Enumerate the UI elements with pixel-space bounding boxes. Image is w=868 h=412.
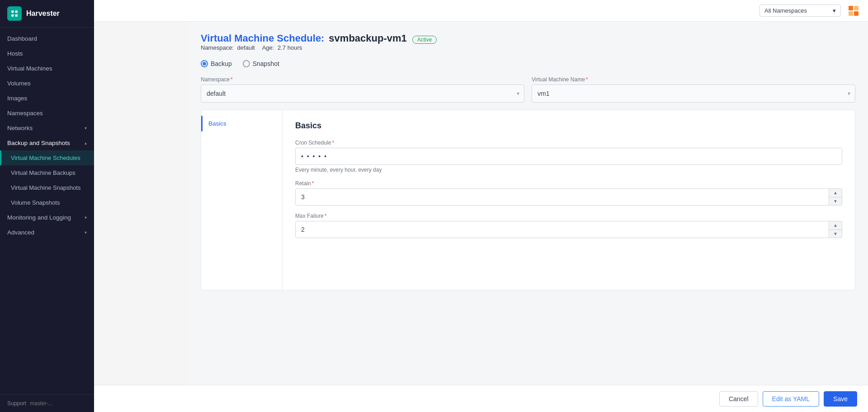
- topbar-icons: [846, 4, 861, 18]
- sidebar-item-volumes[interactable]: Volumes: [0, 76, 94, 91]
- version-text: master-...: [30, 400, 53, 407]
- max-failure-field-wrapper: ▲ ▼: [295, 221, 842, 238]
- vm-name-dropdown-arrow: ▾: [848, 90, 850, 97]
- sidebar-header: Harvester: [0, 0, 94, 28]
- networks-chevron: ▾: [85, 126, 87, 131]
- max-failure-decrement[interactable]: ▼: [829, 230, 842, 238]
- retain-field-wrapper: ▲ ▼: [295, 188, 842, 206]
- cron-hint: Every minute, every hour, every day: [295, 167, 842, 173]
- max-failure-increment[interactable]: ▲: [829, 221, 842, 230]
- namespace-required: *: [231, 76, 233, 83]
- cancel-button[interactable]: Cancel: [719, 391, 758, 407]
- sidebar: Harvester Dashboard Hosts Virtual Machin…: [0, 0, 94, 412]
- sidebar-item-volume-snapshots[interactable]: Volume Snapshots: [0, 195, 94, 210]
- cron-section: Cron Schedule * Every minute, every hour…: [295, 140, 842, 173]
- max-failure-section: Max Failure * ▲ ▼: [295, 213, 842, 238]
- page-meta: Namespace: default Age: 2.7 hours: [201, 44, 855, 51]
- type-selector: Backup Snapshot: [201, 60, 855, 67]
- sidebar-item-networks[interactable]: Networks ▾: [0, 121, 94, 136]
- namespace-selector-chevron: ▾: [833, 7, 836, 14]
- age-meta: Age: 2.7 hours: [262, 44, 302, 51]
- vm-name-field-box[interactable]: vm1 ▾: [532, 84, 855, 103]
- sidenav-basics[interactable]: Basics: [201, 116, 282, 131]
- sidebar-item-backup-snapshots[interactable]: Backup and Snapshots ▴: [0, 136, 94, 150]
- cron-required: *: [332, 140, 334, 146]
- sidebar-item-namespaces[interactable]: Namespaces: [0, 106, 94, 121]
- retain-required: *: [312, 180, 314, 187]
- orange-grid-icon: [849, 6, 859, 16]
- retain-decrement[interactable]: ▼: [829, 197, 842, 206]
- namespace-field-label: Namespace *: [201, 76, 524, 83]
- sidebar-footer: Support master-...: [0, 394, 94, 412]
- machine-name: svmbackup-vm1: [329, 33, 406, 44]
- monitoring-chevron: ▾: [85, 215, 87, 220]
- backup-radio-circle: [201, 60, 208, 67]
- topbar: All Namespaces ▾: [94, 0, 868, 22]
- vm-name-label: Virtual Machine Name *: [532, 76, 855, 83]
- app-logo: [7, 6, 22, 21]
- advanced-chevron: ▾: [85, 230, 87, 235]
- support-link[interactable]: Support: [7, 400, 26, 407]
- sidebar-item-advanced[interactable]: Advanced ▾: [0, 225, 94, 240]
- namespace-selector[interactable]: All Namespaces ▾: [760, 5, 841, 17]
- sidebar-item-vm-snapshots[interactable]: Virtual Machine Snapshots: [0, 180, 94, 195]
- backup-submenu: Virtual Machine Schedules Virtual Machin…: [0, 150, 94, 210]
- cron-label: Cron Schedule *: [295, 140, 842, 146]
- namespace-dropdown-arrow: ▾: [517, 90, 519, 97]
- section-title: Basics: [295, 121, 842, 131]
- sidebar-item-vm-backups[interactable]: Virtual Machine Backups: [0, 165, 94, 180]
- snapshot-radio-label: Snapshot: [253, 60, 279, 67]
- form-area: Basics Cron Schedule * Every minute, eve…: [283, 110, 855, 290]
- namespace-selector-label: All Namespaces: [764, 7, 807, 14]
- sidebar-item-monitoring-logging[interactable]: Monitoring and Logging ▾: [0, 210, 94, 225]
- app-name: Harvester: [26, 9, 60, 18]
- max-failure-label: Max Failure *: [295, 213, 842, 219]
- sidebar-item-dashboard[interactable]: Dashboard: [0, 31, 94, 46]
- sidebar-item-hosts[interactable]: Hosts: [0, 46, 94, 61]
- namespace-field-box[interactable]: default ▾: [201, 84, 524, 103]
- namespace-meta: Namespace: default: [201, 44, 255, 51]
- retain-input[interactable]: [295, 188, 829, 206]
- retain-section: Retain * ▲ ▼: [295, 180, 842, 206]
- cron-input[interactable]: [295, 148, 842, 165]
- retain-increment[interactable]: ▲: [829, 189, 842, 197]
- content-sidenav: Basics: [201, 110, 283, 290]
- namespace-field: Namespace * default ▾: [201, 76, 524, 103]
- page-header: Virtual Machine Schedule: svmbackup-vm1 …: [201, 33, 855, 51]
- edit-yaml-button[interactable]: Edit as YAML: [763, 391, 820, 407]
- retain-spinners: ▲ ▼: [829, 188, 842, 206]
- max-failure-spinners: ▲ ▼: [829, 221, 842, 238]
- backup-chevron: ▴: [85, 140, 87, 145]
- page-footer: Cancel Edit as YAML Save: [94, 385, 868, 412]
- content-area: Basics Basics Cron Schedule * Every minu…: [201, 110, 855, 290]
- main-content: Virtual Machine Schedule: svmbackup-vm1 …: [188, 22, 868, 412]
- backup-radio-option[interactable]: Backup: [201, 60, 232, 67]
- backup-radio-label: Backup: [211, 60, 232, 67]
- vm-name-required: *: [586, 76, 588, 83]
- logo-icon: [10, 9, 19, 18]
- snapshot-radio-circle: [243, 60, 250, 67]
- sidebar-item-vm-schedules[interactable]: Virtual Machine Schedules: [0, 150, 94, 165]
- save-button[interactable]: Save: [824, 391, 857, 407]
- top-fields: Namespace * default ▾ Virtual Machine Na…: [201, 76, 855, 103]
- snapshot-radio-option[interactable]: Snapshot: [243, 60, 279, 67]
- page-title: Virtual Machine Schedule: svmbackup-vm1 …: [201, 33, 855, 44]
- sidebar-item-images[interactable]: Images: [0, 91, 94, 106]
- vm-name-field: Virtual Machine Name * vm1 ▾: [532, 76, 855, 103]
- status-badge: Active: [412, 36, 437, 44]
- topbar-grid-icon[interactable]: [846, 4, 861, 18]
- sidebar-nav: Dashboard Hosts Virtual Machines Volumes…: [0, 28, 94, 394]
- retain-label: Retain *: [295, 180, 842, 187]
- max-failure-required: *: [325, 213, 327, 219]
- max-failure-input[interactable]: [295, 221, 829, 238]
- sidebar-item-virtual-machines[interactable]: Virtual Machines: [0, 61, 94, 76]
